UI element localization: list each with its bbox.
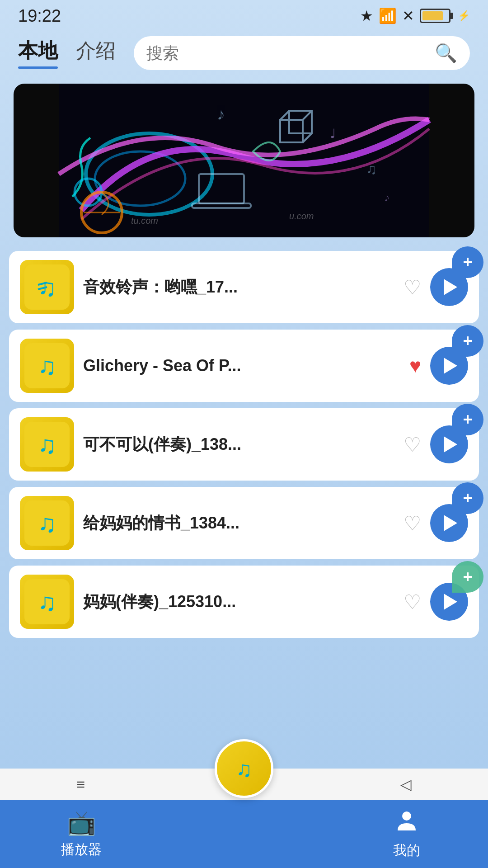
player-icon: 📺 — [67, 809, 96, 837]
svg-text:♫: ♫ — [236, 757, 252, 781]
status-time: 19:22 — [18, 6, 61, 26]
svg-text:♫: ♫ — [366, 161, 377, 177]
song-thumbnail: ♫ — [20, 575, 74, 629]
center-fab[interactable]: ♫ — [215, 739, 273, 798]
song-card: ♫ Glichery - Sea Of P... ♥ + — [9, 330, 479, 402]
add-badge[interactable]: + — [452, 404, 483, 435]
svg-text:♫: ♫ — [38, 588, 56, 616]
song-title: 妈妈(伴奏)_125310... — [83, 591, 394, 613]
add-badge[interactable]: + — [452, 482, 483, 514]
song-title: 音效铃声：哟嘿_17... — [83, 276, 394, 298]
svg-text:♩: ♩ — [330, 127, 336, 141]
song-card: ♫ 给妈妈的情书_1384... ♡ + — [9, 487, 479, 559]
like-button[interactable]: ♡ — [404, 512, 421, 535]
nav-mine[interactable]: 我的 — [325, 809, 488, 860]
search-icon[interactable]: 🔍 — [435, 42, 457, 64]
tab-intro[interactable]: 介绍 — [76, 38, 116, 69]
status-icons: ★ 📶 ✕ ⚡ — [360, 7, 470, 24]
like-button[interactable]: ♡ — [404, 433, 421, 456]
banner: ♪ ♩ ♫ ♪ tu.com u.com — [14, 84, 474, 237]
song-title: Glichery - Sea Of P... — [83, 356, 400, 375]
add-badge[interactable]: + — [452, 325, 483, 357]
header: 本地 介绍 🔍 — [0, 32, 488, 70]
nav-player[interactable]: 📺 播放器 — [0, 809, 163, 859]
song-title: 可不可以(伴奏)_138... — [83, 434, 394, 456]
svg-text:♪: ♪ — [217, 105, 225, 123]
add-badge[interactable]: + — [452, 561, 483, 593]
svg-point-31 — [402, 811, 411, 821]
svg-text:♫: ♫ — [38, 509, 56, 538]
tab-local[interactable]: 本地 — [18, 38, 58, 69]
search-input[interactable] — [146, 44, 427, 63]
svg-text:u.com: u.com — [289, 211, 314, 221]
song-list: ♫ 音效铃声：哟嘿_17... ♡ + ♫ Glichery - Sea Of … — [0, 246, 488, 642]
bottom-nav: 📺 播放器 我的 — [0, 800, 488, 868]
song-thumbnail: ♫ — [20, 339, 74, 393]
song-thumbnail: ♫ — [20, 260, 74, 314]
add-badge[interactable]: + — [452, 246, 483, 278]
nav-mine-label: 我的 — [393, 841, 420, 860]
battery-icon — [420, 9, 450, 23]
bluetooth-icon: ★ — [360, 7, 373, 24]
status-bar: 19:22 ★ 📶 ✕ ⚡ — [0, 0, 488, 32]
svg-text:tu.com: tu.com — [131, 216, 158, 226]
like-button[interactable]: ♥ — [409, 354, 421, 377]
song-card: ♫ 音效铃声：哟嘿_17... ♡ + — [9, 251, 479, 323]
signal-x-icon: ✕ — [402, 7, 414, 24]
nav-player-label: 播放器 — [61, 840, 102, 859]
like-button[interactable]: ♡ — [404, 276, 421, 299]
song-title: 给妈妈的情书_1384... — [83, 512, 394, 534]
like-button[interactable]: ♡ — [404, 590, 421, 613]
svg-text:♪: ♪ — [384, 191, 389, 203]
song-card: ♫ 妈妈(伴奏)_125310... ♡ + — [9, 566, 479, 638]
svg-text:♫: ♫ — [38, 431, 56, 459]
back-button[interactable]: ◁ — [400, 776, 412, 793]
song-card: ♫ 可不可以(伴奏)_138... ♡ + — [9, 408, 479, 481]
search-bar[interactable]: 🔍 — [134, 36, 470, 70]
song-thumbnail: ♫ — [20, 417, 74, 472]
song-thumbnail: ♫ — [20, 496, 74, 550]
menu-button[interactable]: ≡ — [77, 776, 85, 793]
wifi-icon: 📶 — [379, 7, 397, 24]
mine-icon — [395, 809, 418, 838]
svg-text:♫: ♫ — [38, 352, 56, 380]
charging-icon: ⚡ — [458, 10, 470, 22]
